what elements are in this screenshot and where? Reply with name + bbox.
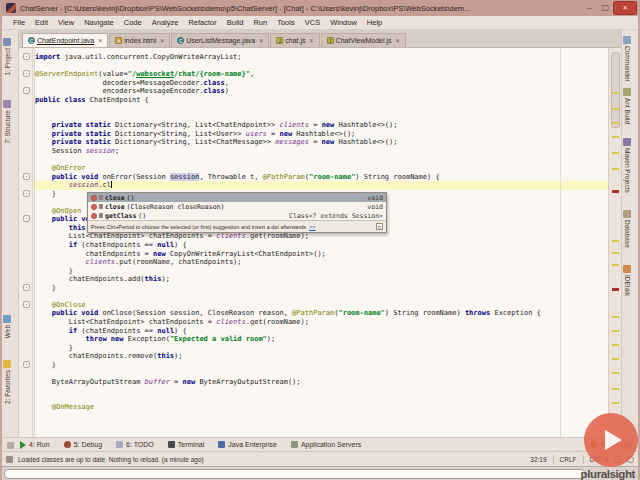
warning-stripe-mark [612, 92, 619, 94]
left-tool-strip: 1: Project7: StructureWeb2: Favorites [2, 30, 19, 437]
code-line: encoders=MessageEncoder.class) [19, 87, 612, 96]
code-line: List<ChatEndpoint> chatEndpoints = clien… [19, 232, 612, 241]
divider [583, 455, 584, 464]
warning-stripe-mark [612, 316, 619, 318]
minimize-icon[interactable]: – [582, 2, 597, 14]
tab-chat.js[interactable]: Jchat.js× [270, 33, 319, 47]
error-stripe-mark [612, 190, 619, 193]
editor-pane[interactable]: --------- import java.util.concurrent.Co… [19, 48, 612, 437]
code-line: chatEndpoints.remove(this); [19, 352, 612, 361]
code-line [19, 292, 612, 301]
tool-button-idetalk[interactable]: IDEtalk [623, 265, 631, 296]
pluralsight-play-overlay[interactable] [584, 413, 638, 467]
warning-stripe-mark [612, 122, 619, 124]
text-caret [111, 181, 112, 188]
appservers-icon [291, 441, 298, 448]
pin-icon[interactable]: π [376, 223, 383, 230]
code-line: } [19, 361, 612, 370]
hint-more-link[interactable]: >> [309, 224, 315, 230]
toolwindow-toggle-icon[interactable] [6, 456, 13, 463]
code-line: public void onError(Session session, Thr… [19, 173, 612, 182]
class-icon: C [28, 37, 35, 44]
toolwindow-anchor-icon[interactable] [7, 442, 14, 449]
code-line: chatEndpoints.add(this); [19, 275, 612, 284]
toolwindow-button-6-todo[interactable]: 6: TODO [116, 441, 154, 448]
code-line: decoders=MessageDecoder.class, [19, 79, 612, 88]
tool-button-database[interactable]: Database [623, 210, 631, 248]
menu-tools[interactable]: Tools [272, 17, 300, 28]
menu-code[interactable]: Code [119, 17, 147, 28]
code-line [19, 62, 612, 71]
method-icon [91, 204, 97, 210]
tab-index.html[interactable]: hindex.html× [109, 33, 170, 47]
tool-button-web[interactable]: Web [3, 315, 11, 338]
toolwindow-button-5-debug[interactable]: 5: Debug [64, 441, 102, 448]
database-icon [623, 210, 631, 218]
error-stripe-mark [612, 288, 619, 291]
toolwindow-button-java-enterprise[interactable]: Java Enterprise [218, 441, 277, 448]
tool-button-ant-build[interactable]: Ant Build [623, 88, 631, 124]
toolwindow-button-terminal[interactable]: Terminal [168, 441, 204, 448]
toolwindow-button-application-servers[interactable]: Application Servers [291, 441, 361, 448]
code-line: @OnClose [19, 301, 612, 310]
close-tab-icon[interactable]: × [259, 37, 263, 44]
menu-view[interactable]: View [53, 17, 79, 28]
tab-ChatViewModel.js[interactable]: JChatViewModel.js× [321, 33, 406, 47]
menu-bar: FileEditViewNavigateCodeAnalyzeRefactorB… [2, 16, 638, 30]
menu-run[interactable]: Run [248, 17, 272, 28]
code-line: if (chatEndpoints == null) { [19, 327, 612, 336]
code-line: clients.put(roomName, chatEndpoints); [19, 258, 612, 267]
completion-item-close[interactable]: close(CloseReason closeReason)void [88, 202, 386, 211]
close-icon[interactable]: × [614, 2, 636, 14]
tool-button-2-favorites[interactable]: 2: Favorites [3, 360, 11, 404]
project-icon [3, 38, 11, 46]
completion-item-close[interactable]: close()void [88, 193, 386, 202]
close-tab-icon[interactable]: × [98, 37, 102, 44]
code-line: ByteArrayOutputStream buffer = new ByteA… [19, 378, 612, 387]
completion-popup: close()voidclose(CloseReason closeReason… [87, 192, 387, 233]
menu-navigate[interactable]: Navigate [79, 17, 119, 28]
menu-edit[interactable]: Edit [30, 17, 53, 28]
close-tab-icon[interactable]: × [396, 37, 400, 44]
menu-build[interactable]: Build [222, 17, 249, 28]
maximize-icon[interactable]: ▢ [598, 2, 613, 14]
code-line: session.cl [19, 181, 612, 190]
close-tab-icon[interactable]: × [160, 37, 164, 44]
tool-button-commander[interactable]: Commander [623, 36, 631, 82]
divider [553, 455, 554, 464]
method-icon [91, 195, 97, 201]
video-control-strip: pluralsight [2, 466, 638, 480]
code-line: @OnMessage [19, 403, 612, 412]
menu-vcs[interactable]: VCS [300, 17, 325, 28]
tool-button-1-project[interactable]: 1: Project [3, 38, 11, 75]
tool-button-7-structure[interactable]: 7: Structure [3, 100, 11, 144]
menu-help[interactable]: Help [362, 17, 387, 28]
tab-UserListMessage.java[interactable]: CUserListMessage.java× [171, 33, 269, 47]
title-bar[interactable]: ChatServer - [C:\Users\kevinj\Dropbox\PS… [2, 0, 638, 16]
status-bar: Loaded classes are up to date. Nothing t… [2, 451, 638, 466]
completion-item-getClass[interactable]: getClass()Class<? extends Session> [88, 211, 386, 220]
warning-stripe-mark [612, 168, 619, 170]
menu-refactor[interactable]: Refactor [183, 17, 221, 28]
right-tool-strip: CommanderAnt BuildMaven ProjectsDatabase… [621, 30, 638, 437]
toolwindow-bar: 4: Run5: Debug6: TODOTerminalJava Enterp… [2, 437, 638, 451]
menu-analyze[interactable]: Analyze [147, 17, 184, 28]
video-progress-bar[interactable] [4, 469, 585, 479]
warning-stripe-mark [612, 330, 619, 332]
tool-button-maven-projects[interactable]: Maven Projects [623, 138, 631, 193]
ide-window: ChatServer - [C:\Users\kevinj\Dropbox\PS… [0, 0, 640, 480]
lock-icon [99, 204, 103, 209]
editor-scrollbar[interactable] [608, 48, 621, 437]
close-tab-icon[interactable]: × [310, 37, 314, 44]
line-separator[interactable]: CRLF [560, 456, 577, 463]
menu-window[interactable]: Window [325, 17, 362, 28]
menu-file[interactable]: File [8, 17, 30, 28]
favorites-icon [3, 360, 11, 368]
intellij-logo-icon [6, 3, 16, 13]
debug-icon [64, 441, 71, 448]
warning-stripe-mark [612, 264, 619, 266]
tab-ChatEndpoint.java[interactable]: CChatEndpoint.java× [22, 33, 108, 47]
scrollbar-thumb[interactable] [611, 52, 620, 128]
caret-position[interactable]: 32:19 [530, 456, 546, 463]
toolwindow-button-4-run[interactable]: 4: Run [20, 441, 50, 449]
